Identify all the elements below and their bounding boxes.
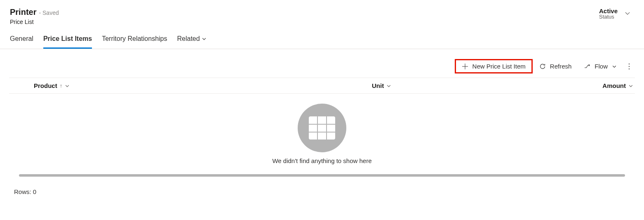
chevron-down-icon (202, 36, 207, 41)
tab-territory-relationships[interactable]: Territory Relationships (102, 35, 167, 49)
new-price-list-item-button[interactable]: New Price List Item (455, 59, 533, 73)
more-vertical-icon (628, 63, 630, 70)
row-count-label: Rows: 0 (14, 188, 36, 195)
chevron-down-icon (386, 83, 391, 88)
tab-list: General Price List Items Territory Relat… (0, 25, 644, 49)
flow-label: Flow (595, 63, 608, 70)
chevron-down-icon (628, 83, 633, 88)
subgrid-toolbar: New Price List Item Refresh Flow (9, 56, 635, 78)
column-amount-label: Amount (602, 82, 626, 89)
flow-icon (584, 63, 590, 70)
column-header-product[interactable]: Product ↑ (34, 82, 372, 89)
refresh-icon (539, 63, 546, 70)
tab-related-label: Related (177, 35, 200, 43)
svg-rect-3 (309, 116, 335, 140)
page-title: Printer (10, 7, 36, 17)
tab-related[interactable]: Related (177, 35, 206, 49)
plus-icon (462, 63, 468, 70)
column-header-amount[interactable]: Amount (570, 82, 635, 89)
chevron-down-icon (65, 83, 70, 88)
svg-point-2 (629, 68, 630, 69)
status-label: Status (599, 14, 614, 20)
grid-empty-icon (298, 104, 346, 152)
chevron-down-icon (612, 64, 617, 69)
svg-point-1 (629, 66, 630, 67)
refresh-button[interactable]: Refresh (534, 59, 578, 73)
sort-ascending-icon: ↑ (60, 83, 63, 89)
empty-state: We didn't find anything to show here (9, 94, 635, 169)
grid-header-row: Product ↑ Unit Amount (9, 78, 635, 94)
column-header-unit[interactable]: Unit (372, 82, 570, 89)
grid-footer: Rows: 0 (9, 177, 635, 195)
save-status: - Saved (39, 9, 59, 16)
entity-type-label: Price List (10, 19, 59, 25)
svg-point-0 (629, 63, 630, 64)
status-field[interactable]: Active Status (599, 7, 618, 20)
flow-button[interactable]: Flow (578, 59, 623, 73)
empty-state-message: We didn't find anything to show here (272, 157, 371, 164)
tab-general[interactable]: General (10, 35, 33, 49)
refresh-label: Refresh (550, 63, 572, 70)
more-commands-button[interactable] (623, 61, 635, 72)
column-product-label: Product (34, 82, 57, 89)
tab-price-list-items[interactable]: Price List Items (43, 35, 92, 49)
new-item-label: New Price List Item (472, 63, 526, 70)
chevron-down-icon[interactable] (624, 10, 631, 17)
column-unit-label: Unit (372, 82, 384, 89)
